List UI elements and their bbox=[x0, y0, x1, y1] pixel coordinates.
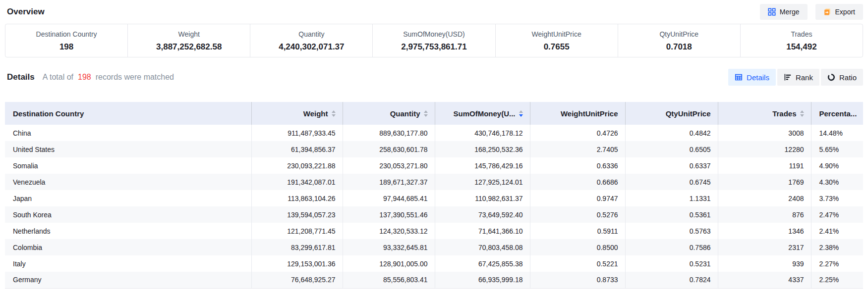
toolbar-actions: Merge Export bbox=[760, 4, 863, 20]
stat-value: 0.7655 bbox=[496, 42, 618, 52]
caret-down-icon bbox=[519, 114, 523, 117]
cell-quantity: 93,332,645.81 bbox=[343, 239, 435, 255]
cell-qtyunitprice: 0.6337 bbox=[625, 157, 718, 174]
country-cell: Venezuela bbox=[5, 174, 251, 190]
stat-sumofmoney-usd: SumOfMoney(USD)2,975,753,861.71 bbox=[373, 24, 495, 57]
stat-label: Quantity bbox=[250, 30, 372, 39]
column-header-quantity[interactable]: Quantity bbox=[343, 102, 435, 125]
cell-percenta: 5.65% bbox=[811, 141, 863, 157]
cell-trades: 2408 bbox=[718, 190, 811, 206]
cell-quantity: 230,053,271.80 bbox=[343, 157, 435, 174]
details-table: Destination CountryWeightQuantitySumOfMo… bbox=[5, 102, 863, 289]
column-header-weightunitprice: WeightUnitPrice bbox=[530, 102, 625, 125]
cell-weightunitprice: 0.6686 bbox=[530, 174, 625, 190]
cell-quantity: 124,320,533.12 bbox=[343, 223, 435, 239]
table-row-south-korea: South Korea139,594,057.23137,390,551.467… bbox=[5, 206, 863, 223]
cell-qtyunitprice: 0.7586 bbox=[625, 239, 718, 255]
cell-weightunitprice: 0.6336 bbox=[530, 157, 625, 174]
column-header-sumofmoney-u[interactable]: SumOfMoney(U... bbox=[435, 102, 530, 125]
cell-quantity: 85,556,803.41 bbox=[343, 272, 435, 288]
cell-weight: 121,208,771.45 bbox=[251, 223, 343, 239]
cell-weight: 129,153,001.36 bbox=[251, 255, 343, 272]
sort-carets bbox=[519, 110, 523, 117]
records-summary-prefix: A total of bbox=[43, 73, 73, 82]
table-row-colombia: Colombia83,299,617.8193,332,645.8170,803… bbox=[5, 239, 863, 255]
stat-label: Weight bbox=[128, 30, 250, 39]
view-rank-button[interactable]: Rank bbox=[777, 69, 819, 86]
cell-sumofmoney-u: 145,786,429.16 bbox=[435, 157, 530, 174]
country-cell: Netherlands bbox=[5, 223, 251, 239]
cell-sumofmoney-u: 110,982,631.37 bbox=[435, 190, 530, 206]
view-details-button[interactable]: Details bbox=[728, 69, 776, 86]
cell-percenta: 2.41% bbox=[811, 223, 863, 239]
merge-button[interactable]: Merge bbox=[760, 4, 808, 20]
stat-label: QtyUnitPrice bbox=[618, 30, 740, 39]
cell-trades: 12280 bbox=[718, 141, 811, 157]
column-header-percenta: Percenta... bbox=[811, 102, 863, 125]
cell-qtyunitprice: 1.1331 bbox=[625, 190, 718, 206]
stat-value: 4,240,302,071.37 bbox=[250, 42, 372, 52]
column-header-label: Weight bbox=[303, 109, 328, 118]
cell-weight: 76,648,925.27 bbox=[251, 272, 343, 288]
table-row-germany: Germany76,648,925.2785,556,803.4166,935,… bbox=[5, 272, 863, 288]
column-header-trades[interactable]: Trades bbox=[718, 102, 811, 125]
cell-percenta: 2.25% bbox=[811, 272, 863, 288]
cell-sumofmoney-u: 168,250,532.36 bbox=[435, 141, 530, 157]
overview-stats-card: Destination Country198Weight3,887,252,68… bbox=[5, 24, 863, 57]
stat-value: 2,975,753,861.71 bbox=[373, 42, 495, 52]
sort-carets bbox=[332, 110, 336, 117]
cell-sumofmoney-u: 66,935,999.18 bbox=[435, 272, 530, 288]
caret-up-icon bbox=[519, 110, 523, 113]
column-header-label: Percenta... bbox=[819, 109, 857, 118]
cell-weight: 139,594,057.23 bbox=[251, 206, 343, 223]
column-header-destination-country: Destination Country bbox=[5, 102, 251, 125]
cell-qtyunitprice: 0.6745 bbox=[625, 174, 718, 190]
cell-weight: 83,299,617.81 bbox=[251, 239, 343, 255]
view-details-label: Details bbox=[747, 73, 769, 82]
cell-qtyunitprice: 0.6505 bbox=[625, 141, 718, 157]
cell-percenta: 2.47% bbox=[811, 206, 863, 223]
stat-label: SumOfMoney(USD) bbox=[373, 30, 495, 39]
sort-carets bbox=[800, 110, 804, 117]
caret-up-icon bbox=[800, 110, 804, 113]
cell-quantity: 137,390,551.46 bbox=[343, 206, 435, 223]
cell-trades: 2317 bbox=[718, 239, 811, 255]
cell-weightunitprice: 0.8500 bbox=[530, 239, 625, 255]
cell-trades: 1191 bbox=[718, 157, 811, 174]
stat-quantity: Quantity4,240,302,071.37 bbox=[250, 24, 373, 57]
view-switch: Details Rank Ratio bbox=[728, 69, 863, 86]
cell-trades: 876 bbox=[718, 206, 811, 223]
table-icon bbox=[735, 73, 743, 81]
country-cell: Italy bbox=[5, 255, 251, 272]
cell-sumofmoney-u: 73,649,592.40 bbox=[435, 206, 530, 223]
cell-weight: 230,093,221.88 bbox=[251, 157, 343, 174]
column-header-label: SumOfMoney(U... bbox=[453, 109, 515, 118]
column-header-label: Destination Country bbox=[13, 109, 84, 118]
cell-percenta: 2.38% bbox=[811, 239, 863, 255]
caret-up-icon bbox=[424, 110, 428, 113]
country-cell: Japan bbox=[5, 190, 251, 206]
table-header-row: Destination CountryWeightQuantitySumOfMo… bbox=[5, 102, 863, 125]
cell-weight: 61,394,856.37 bbox=[251, 141, 343, 157]
table-row-italy: Italy129,153,001.36128,901,005.0067,425,… bbox=[5, 255, 863, 272]
top-bar: Overview Merge Export bbox=[0, 0, 868, 20]
cell-percenta: 14.48% bbox=[811, 125, 863, 141]
cell-trades: 4337 bbox=[718, 272, 811, 288]
view-ratio-button[interactable]: Ratio bbox=[821, 69, 863, 86]
export-button[interactable]: Export bbox=[815, 4, 863, 20]
cell-sumofmoney-u: 430,746,178.12 bbox=[435, 125, 530, 141]
cell-trades: 3008 bbox=[718, 125, 811, 141]
caret-up-icon bbox=[332, 110, 336, 113]
page-title: Overview bbox=[7, 7, 45, 17]
details-summary: Details A total of 198 records were matc… bbox=[7, 72, 174, 82]
stat-value: 198 bbox=[5, 42, 127, 52]
details-table-wrap: Destination CountryWeightQuantitySumOfMo… bbox=[5, 102, 863, 289]
column-header-weight[interactable]: Weight bbox=[251, 102, 343, 125]
table-row-netherlands: Netherlands121,208,771.45124,320,533.127… bbox=[5, 223, 863, 239]
cell-percenta: 2.27% bbox=[811, 255, 863, 272]
stat-label: Trades bbox=[741, 30, 863, 39]
column-header-label: WeightUnitPrice bbox=[561, 109, 618, 118]
bar-chart-icon bbox=[784, 73, 792, 81]
table-row-venezuela: Venezuela191,342,087.01189,671,327.37127… bbox=[5, 174, 863, 190]
country-cell: Somalia bbox=[5, 157, 251, 174]
